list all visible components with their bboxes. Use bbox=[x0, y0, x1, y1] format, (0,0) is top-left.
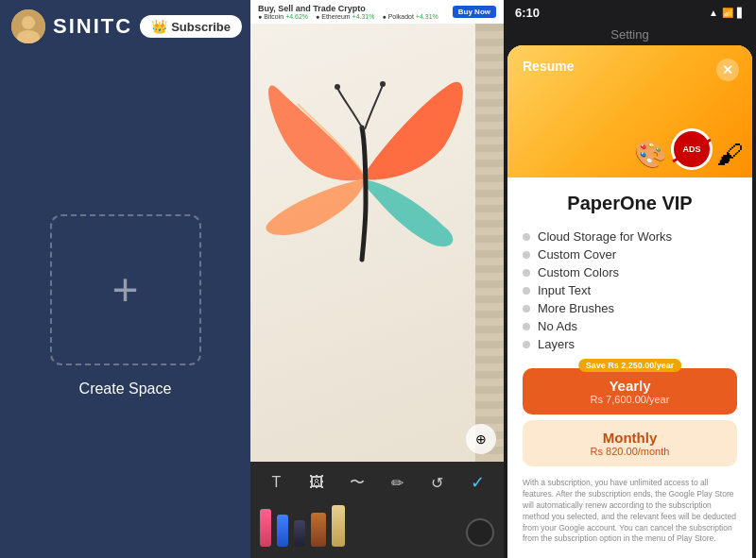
ad-banner: Buy, Sell and Trade Crypto ● Bitcoin +4.… bbox=[250, 0, 504, 24]
yearly-plan-button[interactable]: Yearly Rs 7,600.00/year bbox=[523, 368, 737, 414]
feature-noads: No Ads bbox=[523, 317, 737, 335]
feature-brushes: More Brushes bbox=[523, 299, 737, 317]
confirm-tool[interactable]: ✓ bbox=[465, 469, 491, 496]
left-header: SINITC 👑 Subscribe bbox=[0, 0, 250, 53]
brush-brown[interactable] bbox=[311, 513, 326, 547]
brush-row bbox=[256, 501, 498, 550]
crypto-ethereum: ● Ethereum +4.31% bbox=[316, 13, 374, 20]
brush-dark[interactable] bbox=[294, 520, 305, 547]
left-panel: SINITC 👑 Subscribe + Create Space bbox=[0, 0, 250, 558]
pen-tool[interactable]: ✏ bbox=[384, 469, 410, 496]
subscribe-label: Subscribe bbox=[171, 20, 231, 34]
feature-label: Cloud Storage for Works bbox=[538, 229, 672, 244]
monthly-plan-button[interactable]: Monthly Rs 820.00/month bbox=[523, 420, 737, 466]
status-icons: ▲ 📶 ▋ bbox=[709, 8, 745, 18]
feature-text: Input Text bbox=[523, 281, 737, 299]
tool-row: T 🖼 〜 ✏ ↺ ✓ bbox=[256, 469, 498, 496]
buy-now-button[interactable]: Buy Now bbox=[453, 6, 496, 18]
feature-cover: Custom Cover bbox=[523, 245, 737, 263]
ad-title: Buy, Sell and Trade Crypto bbox=[258, 4, 447, 13]
save-badge: Save Rs 2,250.00/year bbox=[578, 359, 682, 372]
crown-icon: 👑 bbox=[151, 19, 167, 34]
settings-label: Setting bbox=[504, 25, 756, 45]
wave-tool[interactable]: 〜 bbox=[344, 469, 370, 496]
brush-icon: 🖌 bbox=[716, 139, 743, 170]
right-panel: 6:10 ▲ 📶 ▋ Setting Resume ✕ 🎨 ADS 🖌 Pape… bbox=[504, 0, 756, 558]
image-tool[interactable]: 🖼 bbox=[303, 469, 330, 496]
no-ads-badge: ADS bbox=[671, 128, 713, 170]
monthly-plan-wrap: Monthly Rs 820.00/month bbox=[523, 420, 737, 466]
status-bar: 6:10 ▲ 📶 ▋ bbox=[504, 0, 756, 25]
monthly-price: Rs 820.00/month bbox=[538, 446, 722, 457]
feature-label: No Ads bbox=[538, 319, 577, 333]
svg-point-1 bbox=[22, 16, 35, 29]
avatar bbox=[11, 9, 45, 43]
middle-panel: Buy, Sell and Trade Crypto ● Bitcoin +4.… bbox=[250, 0, 504, 558]
eraser-brush[interactable] bbox=[466, 518, 494, 547]
undo-tool[interactable]: ↺ bbox=[424, 469, 451, 496]
feature-layers: Layers bbox=[523, 335, 737, 353]
feature-label: Custom Colors bbox=[538, 265, 619, 279]
feature-label: Custom Cover bbox=[538, 247, 616, 262]
app-logo: SINITC bbox=[53, 14, 132, 39]
brush-pink[interactable] bbox=[260, 509, 271, 547]
disclaimer-text: With a subscription, you have unlimited … bbox=[523, 478, 737, 545]
feature-label: More Brushes bbox=[538, 301, 614, 315]
feature-label: Layers bbox=[538, 337, 575, 351]
monthly-title: Monthly bbox=[538, 430, 722, 446]
create-space-label: Create Space bbox=[79, 380, 172, 397]
create-space-box[interactable]: + bbox=[50, 214, 201, 365]
crypto-polkadot: ● Polkadot +4.31% bbox=[382, 13, 438, 20]
layers-button[interactable]: ⊕ bbox=[466, 424, 496, 454]
plus-icon: + bbox=[112, 267, 138, 313]
feature-dot bbox=[523, 323, 530, 330]
feature-list: Cloud Storage for Works Custom Cover Cus… bbox=[523, 228, 737, 353]
feature-dot bbox=[523, 305, 530, 313]
feature-label: Input Text bbox=[538, 283, 591, 297]
plan-buttons: Save Rs 2,250.00/year Yearly Rs 7,600.00… bbox=[523, 368, 737, 466]
signal-icon: 📶 bbox=[722, 8, 733, 18]
svg-point-4 bbox=[380, 81, 386, 87]
feature-cloud: Cloud Storage for Works bbox=[523, 228, 737, 245]
feature-dot bbox=[523, 287, 530, 295]
feature-dot bbox=[523, 251, 530, 259]
vip-header: Resume ✕ 🎨 ADS 🖌 bbox=[507, 45, 752, 178]
vip-card: Resume ✕ 🎨 ADS 🖌 PaperOne VIP Cloud Stor… bbox=[507, 45, 752, 558]
feature-dot bbox=[523, 233, 530, 241]
vip-icons: 🎨 ADS 🖌 bbox=[634, 128, 743, 170]
crypto-bitcoin: ● Bitcoin +4.62% bbox=[258, 13, 308, 20]
create-space-area: + Create Space bbox=[50, 53, 201, 558]
yearly-price: Rs 7,600.00/year bbox=[538, 394, 722, 405]
crypto-row: ● Bitcoin +4.62% ● Ethereum +4.31% ● Pol… bbox=[258, 13, 447, 20]
battery-icon: ▋ bbox=[737, 8, 745, 18]
yearly-plan-wrap: Save Rs 2,250.00/year Yearly Rs 7,600.00… bbox=[523, 368, 737, 414]
feature-dot bbox=[523, 341, 530, 348]
vip-title: PaperOne VIP bbox=[523, 193, 737, 214]
butterfly-drawing bbox=[260, 52, 468, 297]
wifi-icon: ▲ bbox=[709, 8, 718, 18]
feature-colors: Custom Colors bbox=[523, 263, 737, 281]
brush-light[interactable] bbox=[332, 505, 345, 547]
resume-button[interactable]: Resume bbox=[523, 59, 574, 74]
feature-dot bbox=[523, 269, 530, 277]
texture-strip bbox=[475, 24, 504, 462]
status-time: 6:10 bbox=[515, 6, 540, 20]
drawing-toolbar: T 🖼 〜 ✏ ↺ ✓ bbox=[250, 462, 504, 558]
vip-body: PaperOne VIP Cloud Storage for Works Cus… bbox=[507, 178, 752, 558]
drawing-canvas[interactable]: ⊕ bbox=[250, 24, 504, 462]
subscribe-button[interactable]: 👑 Subscribe bbox=[140, 15, 242, 38]
yearly-title: Yearly bbox=[538, 378, 722, 394]
text-tool[interactable]: T bbox=[263, 469, 289, 496]
svg-point-3 bbox=[335, 84, 340, 90]
brush-blue[interactable] bbox=[277, 515, 288, 547]
palette-icon: 🎨 bbox=[634, 139, 667, 170]
close-button[interactable]: ✕ bbox=[716, 59, 739, 81]
